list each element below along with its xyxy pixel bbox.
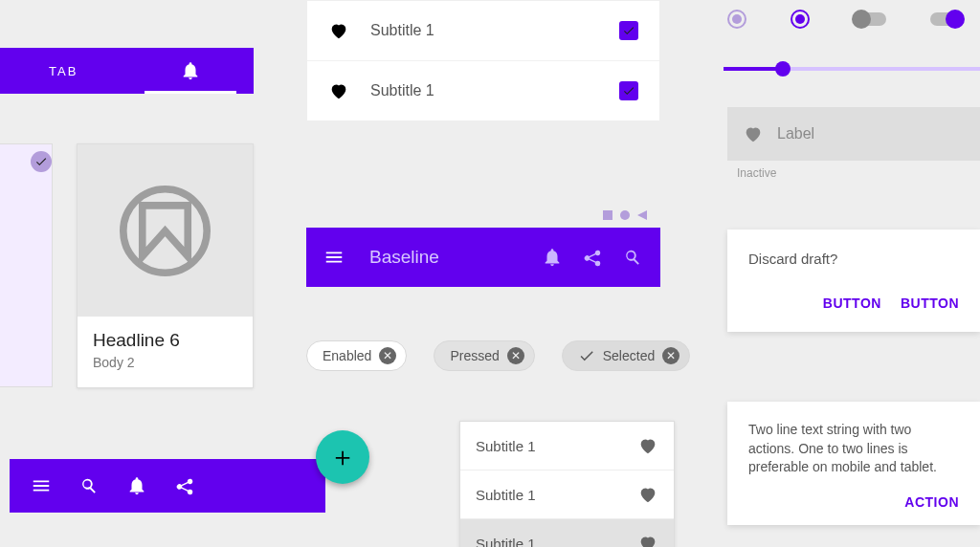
chip-selected[interactable]: Selected ✕ bbox=[562, 340, 690, 371]
bell-icon[interactable] bbox=[542, 247, 563, 268]
dialog: Discard draft? BUTTON BUTTON bbox=[727, 230, 980, 332]
heart-icon bbox=[328, 80, 349, 101]
heart-icon[interactable] bbox=[637, 533, 658, 547]
snackbar: Two line text string with two actions. O… bbox=[727, 402, 980, 525]
appbar-title: Baseline bbox=[369, 247, 523, 268]
snackbar-action[interactable]: ACTION bbox=[748, 494, 959, 510]
share-icon[interactable] bbox=[174, 475, 195, 496]
chip-enabled[interactable]: Enabled ✕ bbox=[306, 340, 407, 371]
card[interactable]: Headline 6 Body 2 bbox=[77, 143, 254, 388]
search-icon[interactable] bbox=[622, 247, 643, 268]
menu-icon[interactable] bbox=[323, 247, 345, 268]
selection-controls bbox=[727, 10, 963, 29]
radio-checked[interactable] bbox=[791, 10, 810, 29]
list-item-label: Subtitle 1 bbox=[476, 536, 637, 548]
list-item-label: Subtitle 1 bbox=[476, 438, 637, 454]
close-icon[interactable]: ✕ bbox=[379, 347, 396, 364]
card-ghost bbox=[0, 143, 53, 387]
bottom-app-bar bbox=[10, 459, 325, 513]
text-field-helper: Inactive bbox=[737, 166, 776, 180]
fab-add[interactable]: ＋ bbox=[316, 430, 369, 484]
heart-icon[interactable] bbox=[637, 484, 658, 505]
list-item[interactable]: Subtitle 1 bbox=[460, 519, 674, 547]
text-field-label: Label bbox=[777, 125, 814, 142]
list-item[interactable]: Subtitle 1 bbox=[460, 470, 674, 519]
check-icon bbox=[578, 347, 595, 364]
slider-thumb[interactable] bbox=[775, 61, 791, 77]
card-selected-badge bbox=[31, 151, 52, 172]
list-item-label: Subtitle 1 bbox=[476, 487, 637, 503]
card-body: Body 2 bbox=[93, 355, 237, 370]
list-item-label: Subtitle 1 bbox=[370, 82, 598, 99]
system-status-icons bbox=[603, 210, 647, 220]
checkbox[interactable] bbox=[619, 81, 638, 100]
chip-row: Enabled ✕ Pressed ✕ Selected ✕ bbox=[306, 340, 690, 371]
dialog-button[interactable]: BUTTON bbox=[901, 295, 959, 311]
slider-track-fill bbox=[724, 67, 781, 71]
list-item-label: Subtitle 1 bbox=[370, 22, 598, 39]
bell-icon bbox=[180, 60, 201, 81]
text-field[interactable]: Label bbox=[727, 107, 980, 161]
share-icon[interactable] bbox=[582, 247, 603, 268]
chip-label: Enabled bbox=[323, 348, 371, 363]
switch-on[interactable] bbox=[930, 12, 963, 26]
list-item[interactable]: Subtitle 1 bbox=[307, 61, 659, 120]
list-item[interactable]: Subtitle 1 bbox=[307, 1, 659, 61]
chip-pressed[interactable]: Pressed ✕ bbox=[434, 340, 534, 371]
close-icon[interactable]: ✕ bbox=[507, 347, 524, 364]
heart-list: Subtitle 1 Subtitle 1 Subtitle 1 bbox=[459, 421, 675, 547]
heart-icon bbox=[328, 20, 349, 41]
top-app-bar: Baseline bbox=[306, 228, 660, 287]
search-icon[interactable] bbox=[78, 475, 100, 496]
snackbar-message: Two line text string with two actions. O… bbox=[748, 421, 959, 477]
heart-icon bbox=[743, 123, 764, 144]
checkbox-list: Subtitle 1 Subtitle 1 bbox=[306, 0, 660, 121]
close-icon[interactable]: ✕ bbox=[662, 347, 679, 364]
bell-icon[interactable] bbox=[126, 475, 147, 496]
material-logo-icon bbox=[120, 186, 211, 276]
triangle-icon bbox=[637, 210, 647, 220]
tab-notifications[interactable] bbox=[127, 48, 255, 94]
tab-label: TAB bbox=[49, 64, 78, 78]
chip-label: Selected bbox=[603, 348, 655, 363]
dialog-message: Discard draft? bbox=[748, 251, 959, 267]
list-item[interactable]: Subtitle 1 bbox=[460, 422, 674, 470]
tab-bar: TAB bbox=[0, 48, 254, 94]
square-icon bbox=[603, 210, 612, 220]
dialog-button[interactable]: BUTTON bbox=[823, 295, 881, 311]
menu-icon[interactable] bbox=[31, 475, 52, 496]
plus-icon: ＋ bbox=[329, 439, 356, 475]
circle-icon bbox=[620, 210, 630, 220]
slider[interactable] bbox=[724, 67, 980, 71]
tab-text[interactable]: TAB bbox=[0, 48, 127, 94]
radio-unchecked[interactable] bbox=[727, 10, 746, 29]
heart-icon[interactable] bbox=[637, 435, 658, 456]
card-media bbox=[78, 144, 253, 317]
checkbox[interactable] bbox=[619, 21, 638, 40]
switch-off[interactable] bbox=[854, 12, 886, 26]
chip-label: Pressed bbox=[450, 348, 499, 363]
card-headline: Headline 6 bbox=[93, 330, 237, 351]
